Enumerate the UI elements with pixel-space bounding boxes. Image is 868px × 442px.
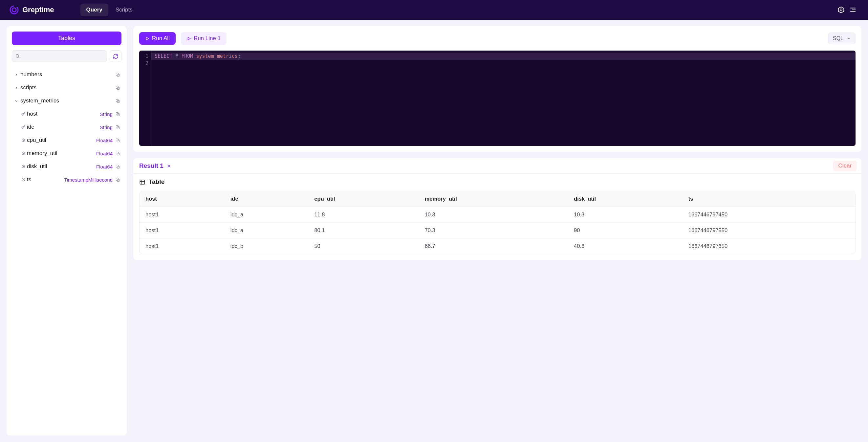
logo-text: Greptime — [22, 6, 54, 14]
table-cell: 1667446797650 — [683, 238, 855, 254]
copy-icon[interactable] — [115, 112, 120, 117]
result-tab[interactable]: Result 1 — [133, 158, 177, 173]
column-header: idc — [224, 191, 309, 207]
copy-icon[interactable] — [115, 98, 120, 104]
column-name: memory_util — [27, 150, 96, 157]
table-row: host1idc_a11.810.310.31667446797450 — [140, 207, 855, 222]
clear-button[interactable]: Clear — [833, 160, 857, 171]
nav-tab-scripts[interactable]: Scripts — [110, 4, 138, 16]
menu-icon[interactable] — [847, 4, 859, 16]
tables-button[interactable]: Tables — [12, 32, 121, 45]
svg-marker-37 — [146, 37, 149, 40]
column-header: memory_util — [419, 191, 568, 207]
column-type-icon — [20, 177, 27, 182]
svg-marker-3 — [838, 7, 844, 13]
column-item-memory_util[interactable]: memory_utilFloat64 — [12, 147, 121, 160]
copy-icon[interactable] — [115, 177, 120, 182]
svg-point-23 — [23, 140, 24, 141]
copy-icon[interactable] — [115, 164, 120, 169]
column-type: TimestampMillisecond — [64, 177, 113, 183]
results-table: hostidccpu_utilmemory_utildisk_utilts ho… — [140, 191, 855, 254]
top-nav: Greptime Query Scripts — [0, 0, 868, 20]
column-type-icon — [20, 151, 27, 156]
column-header: cpu_util — [308, 191, 418, 207]
column-type: Float64 — [96, 138, 113, 143]
copy-icon[interactable] — [115, 85, 120, 90]
column-item-idc[interactable]: idcString — [12, 120, 121, 134]
table-cell: 10.3 — [568, 207, 683, 222]
code-editor[interactable]: 12 SELECT * FROM system_metrics; — [139, 51, 856, 146]
column-type-icon — [20, 164, 27, 169]
copy-icon[interactable] — [115, 125, 120, 130]
logo: Greptime — [9, 5, 54, 15]
column-type-icon — [20, 138, 27, 143]
column-name: cpu_util — [27, 137, 96, 144]
result-tab-label: Result 1 — [139, 162, 163, 170]
code-line[interactable] — [151, 60, 856, 67]
table-cell: host1 — [140, 207, 224, 222]
tables-tree: numbersscriptssystem_metricshostStringid… — [12, 68, 121, 186]
close-icon[interactable] — [167, 164, 171, 168]
table-cell: 1667446797550 — [683, 222, 855, 238]
column-name: idc — [27, 124, 100, 130]
svg-point-16 — [22, 114, 23, 115]
table-cell: 70.3 — [419, 222, 568, 238]
table-row: host1idc_a80.170.3901667446797550 — [140, 222, 855, 238]
column-item-cpu_util[interactable]: cpu_utilFloat64 — [12, 134, 121, 147]
table-item-numbers[interactable]: numbers — [12, 68, 121, 81]
table-cell: host1 — [140, 222, 224, 238]
table-row: host1idc_b5066.740.61667446797650 — [140, 238, 855, 254]
svg-point-22 — [22, 139, 25, 142]
copy-icon[interactable] — [115, 138, 120, 143]
column-type-icon — [20, 125, 27, 129]
svg-point-31 — [23, 166, 24, 167]
column-name: ts — [27, 176, 64, 183]
chevron-down-icon — [847, 36, 850, 40]
column-item-disk_util[interactable]: disk_utilFloat64 — [12, 160, 121, 173]
column-name: host — [27, 111, 100, 117]
language-select[interactable]: SQL — [828, 32, 856, 44]
column-item-ts[interactable]: tsTimestampMillisecond — [12, 173, 121, 186]
chevron-down-icon — [13, 99, 19, 103]
code-line[interactable]: SELECT * FROM system_metrics; — [151, 53, 856, 60]
language-label: SQL — [833, 35, 843, 41]
run-line-label: Run Line 1 — [194, 35, 221, 42]
settings-icon[interactable] — [835, 4, 847, 16]
svg-point-26 — [22, 152, 25, 155]
table-icon — [139, 179, 146, 185]
table-cell: 1667446797450 — [683, 207, 855, 222]
column-header: disk_util — [568, 191, 683, 207]
table-heading-label: Table — [149, 178, 164, 185]
sidebar: Tables numbersscriptssystem_metricshostS… — [6, 26, 127, 436]
svg-point-8 — [16, 55, 19, 57]
column-type: String — [100, 124, 113, 130]
table-cell: 10.3 — [419, 207, 568, 222]
refresh-button[interactable] — [110, 50, 121, 62]
table-cell: idc_a — [224, 222, 309, 238]
svg-point-1 — [12, 8, 16, 12]
column-item-host[interactable]: hostString — [12, 107, 121, 120]
column-type: String — [100, 111, 113, 117]
run-line-button[interactable]: Run Line 1 — [181, 32, 226, 45]
search-icon — [15, 54, 20, 59]
table-header-row: hostidccpu_utilmemory_utildisk_utilts — [140, 191, 855, 207]
svg-line-9 — [19, 57, 19, 58]
table-cell: 40.6 — [568, 238, 683, 254]
svg-point-0 — [10, 6, 18, 14]
search-input[interactable] — [12, 50, 107, 62]
svg-marker-38 — [188, 37, 190, 40]
copy-icon[interactable] — [115, 72, 120, 77]
column-type: Float64 — [96, 151, 113, 156]
nav-tabs: Query Scripts — [81, 4, 138, 16]
svg-point-19 — [22, 127, 23, 128]
table-cell: idc_b — [224, 238, 309, 254]
table-item-scripts[interactable]: scripts — [12, 81, 121, 94]
chevron-right-icon — [13, 86, 19, 90]
table-item-system_metrics[interactable]: system_metrics — [12, 94, 121, 107]
column-type-icon — [20, 112, 27, 116]
run-all-button[interactable]: Run All — [139, 32, 176, 45]
copy-icon[interactable] — [115, 151, 120, 156]
nav-tab-query[interactable]: Query — [81, 4, 108, 16]
column-type: Float64 — [96, 164, 113, 170]
table-name: system_metrics — [20, 97, 115, 104]
